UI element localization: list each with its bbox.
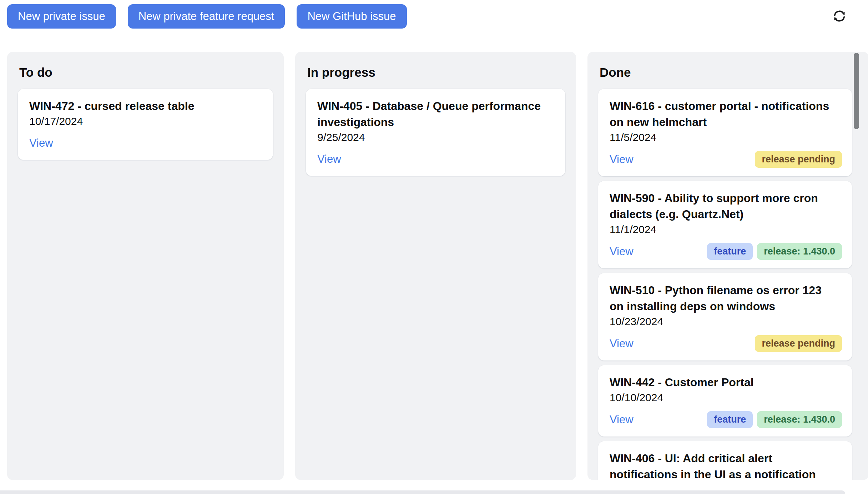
column-title: To do: [19, 65, 273, 80]
badge-blue: feature: [707, 411, 753, 428]
new-github-issue-button[interactable]: New GitHub issue: [297, 4, 407, 29]
card-footer: View: [29, 135, 263, 151]
card-list: WIN-472 - cursed release table 10/17/202…: [18, 89, 273, 160]
column-title: In progress: [307, 65, 565, 80]
view-link[interactable]: View: [610, 412, 634, 428]
card-title: WIN-590 - Ability to support more cron d…: [610, 190, 834, 222]
view-link[interactable]: View: [29, 135, 53, 151]
card-title: WIN-406 - UI: Add critical alert notific…: [610, 450, 834, 480]
new-private-feature-request-button[interactable]: New private feature request: [128, 4, 285, 29]
toolbar: New private issue New private feature re…: [0, 0, 868, 29]
card-title: WIN-616 - customer portal - notification…: [610, 98, 834, 130]
card-date: 10/23/2024: [610, 314, 842, 329]
card-footer: View: [317, 151, 555, 167]
issue-card[interactable]: WIN-405 - Database / Queue performance i…: [306, 89, 565, 176]
badge-yellow: release pending: [755, 335, 842, 352]
card-title: WIN-405 - Database / Queue performance i…: [317, 98, 542, 130]
column-in-progress: In progress WIN-405 - Database / Queue p…: [295, 52, 576, 480]
issue-card[interactable]: WIN-590 - Ability to support more cron d…: [598, 181, 852, 268]
refresh-icon: [832, 20, 847, 25]
badge-blue: feature: [707, 243, 753, 260]
card-list: WIN-405 - Database / Queue performance i…: [306, 89, 565, 176]
column-done: Done WIN-616 - customer portal - notific…: [587, 52, 868, 480]
board: To do WIN-472 - cursed release table 10/…: [7, 52, 868, 480]
badge-group: featurerelease: 1.430.0: [707, 411, 842, 428]
badge-green: release: 1.430.0: [757, 411, 842, 428]
column-title: Done: [600, 65, 852, 80]
badge-group: release pending: [755, 335, 842, 352]
card-date: 11/5/2024: [610, 130, 842, 145]
card-date: 11/1/2024: [610, 222, 842, 237]
horizontal-scrollbar[interactable]: [0, 490, 845, 494]
badge-green: release: 1.430.0: [757, 243, 842, 260]
card-title: WIN-442 - Customer Portal: [610, 374, 834, 390]
badge-yellow: release pending: [755, 151, 842, 168]
view-link[interactable]: View: [317, 151, 341, 167]
issue-card[interactable]: WIN-442 - Customer Portal 10/10/2024 Vie…: [598, 365, 852, 437]
card-footer: View release pending: [610, 151, 842, 168]
card-title: WIN-510 - Python filename os error 123 o…: [610, 282, 834, 314]
card-date: 10/10/2024: [610, 390, 842, 405]
column-to-do: To do WIN-472 - cursed release table 10/…: [7, 52, 284, 480]
view-link[interactable]: View: [610, 151, 634, 168]
view-link[interactable]: View: [610, 336, 634, 352]
view-link[interactable]: View: [610, 243, 634, 260]
card-footer: View featurerelease: 1.430.0: [610, 243, 842, 260]
badge-group: featurerelease: 1.430.0: [707, 243, 842, 260]
card-list: WIN-616 - customer portal - notification…: [598, 89, 852, 480]
card-footer: View release pending: [610, 335, 842, 352]
issue-card[interactable]: WIN-406 - UI: Add critical alert notific…: [598, 441, 852, 480]
card-footer: View featurerelease: 1.430.0: [610, 411, 842, 428]
badge-group: release pending: [755, 151, 842, 168]
issue-card[interactable]: WIN-616 - customer portal - notification…: [598, 89, 852, 176]
card-title: WIN-472 - cursed release table: [29, 98, 254, 114]
refresh-button[interactable]: [831, 8, 848, 25]
card-date: 9/25/2024: [317, 130, 555, 145]
card-date: 10/17/2024: [29, 114, 263, 128]
new-private-issue-button[interactable]: New private issue: [7, 4, 116, 29]
vertical-scrollbar-thumb[interactable]: [854, 53, 859, 129]
issue-card[interactable]: WIN-510 - Python filename os error 123 o…: [598, 273, 852, 361]
issue-card[interactable]: WIN-472 - cursed release table 10/17/202…: [18, 89, 273, 160]
